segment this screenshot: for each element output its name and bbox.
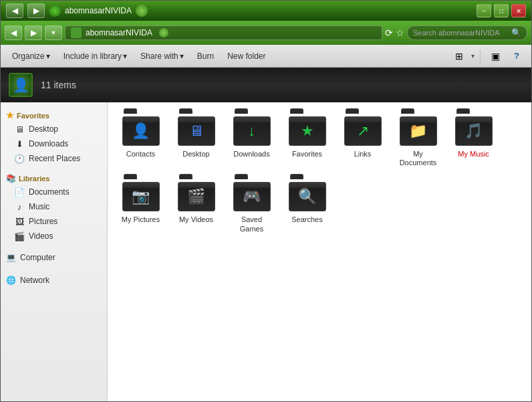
grid-view-button[interactable]: ⊞ [450, 47, 469, 65]
sidebar-item-pictures[interactable]: 🖼 Pictures [1, 214, 107, 229]
back-button[interactable]: ◀ [6, 3, 23, 18]
folder-body: 🎮 [233, 182, 271, 211]
network-icon: 🌐 [6, 276, 16, 285]
folder-overlay-icon: 📁 [409, 122, 427, 140]
file-item-favorites[interactable]: ★ Favorites [282, 110, 332, 171]
recent-places-icon: 🕐 [14, 154, 25, 164]
address-folder-icon [71, 27, 82, 38]
videos-icon: 🎬 [14, 231, 25, 241]
file-label: Searches [291, 215, 322, 224]
folder-body: 🖥 [178, 116, 215, 146]
favorites-star-icon: ★ [6, 110, 14, 120]
search-box[interactable]: Search abomnasarNIVIDA 🔍 [407, 25, 527, 40]
close-button[interactable]: ✕ [511, 4, 526, 17]
sidebar-item-music[interactable]: ♪ Music [1, 199, 107, 214]
nav-star-icon[interactable]: ☆ [396, 27, 404, 38]
main-window: ◀ ▶ abomnasarNIVIDA − □ ✕ ◀ ▶ ▼ abomnasa… [0, 0, 532, 402]
folder-icon: 📷 [121, 179, 161, 214]
file-item-my-videos[interactable]: 🎬 My Videos [171, 176, 221, 236]
folder-icon: 🎬 [176, 179, 217, 214]
folder-icon-small [49, 5, 61, 17]
nav-back-button[interactable]: ◀ [5, 25, 22, 40]
folder-body: 🔍 [289, 182, 326, 211]
favorites-header: ★ Favorites [1, 108, 107, 122]
folder-overlay-icon: ↓ [248, 122, 255, 140]
folder-icon: 🖥 [176, 114, 217, 148]
file-item-my-pictures[interactable]: 📷 My Pictures [116, 176, 166, 236]
burn-button[interactable]: Burn [191, 47, 220, 65]
network-section: 🌐 Network [1, 272, 107, 289]
nav-up-button[interactable]: ▼ [45, 25, 62, 40]
include-in-library-button[interactable]: Include in library ▾ [57, 47, 133, 65]
forward-button[interactable]: ▶ [27, 3, 45, 18]
search-submit-icon[interactable]: 🔍 [511, 28, 521, 37]
folder-body: 🎵 [455, 116, 493, 146]
file-item-my-documents[interactable]: 📁 My Documents [393, 110, 443, 171]
file-item-searches[interactable]: 🔍 Searches [282, 176, 332, 236]
refresh-icon[interactable]: ⟳ [385, 27, 393, 38]
sidebar-item-downloads[interactable]: ⬇ Downloads [1, 136, 107, 151]
folder-tab [290, 174, 303, 179]
minimize-button[interactable]: − [477, 4, 491, 17]
file-item-downloads[interactable]: ↓ Downloads [227, 110, 277, 171]
folder-tab [235, 108, 248, 114]
nav-forward-button[interactable]: ▶ [25, 25, 42, 40]
file-label: My Music [458, 150, 489, 159]
file-item-contacts[interactable]: 👤 Contacts [116, 110, 166, 171]
title-dot [136, 5, 148, 17]
status-bar: 👤 11 items [1, 68, 531, 102]
file-label: Links [354, 150, 372, 159]
computer-section: 💻 Computer [1, 249, 107, 266]
toolbar: Organize ▾ Include in library ▾ Share wi… [1, 45, 531, 68]
window-controls: − □ ✕ [477, 4, 526, 17]
file-area: 👤 Contacts 🖥 Desktop ↓ Downloads ★ Favor… [108, 102, 531, 401]
address-path: abomnasarNIVIDA [86, 28, 152, 37]
toolbar-right: ⊞ ▾ ▣ ? [450, 47, 526, 65]
sidebar-item-recent-places[interactable]: 🕐 Recent Places [1, 151, 107, 166]
folder-icon: ↗ [343, 114, 383, 148]
folder-tab [179, 174, 192, 179]
folder-icon: 🎮 [232, 179, 272, 214]
nav-arrows: ⟳ ☆ [385, 27, 404, 38]
music-icon: ♪ [14, 202, 25, 212]
main-content: ★ Favorites 🖥 Desktop ⬇ Downloads 🕐 Rece… [1, 102, 531, 401]
file-item-my-music[interactable]: 🎵 My Music [448, 110, 499, 171]
folder-tab [456, 108, 470, 114]
title-bar: ◀ ▶ abomnasarNIVIDA − □ ✕ [1, 1, 531, 21]
folder-tab [124, 108, 137, 114]
address-field[interactable]: abomnasarNIVIDA [65, 25, 382, 40]
window-title: abomnasarNIVIDA [65, 6, 132, 15]
file-grid: 👤 Contacts 🖥 Desktop ↓ Downloads ★ Favor… [116, 110, 523, 237]
folder-overlay-icon: 📷 [132, 188, 150, 205]
sidebar-item-network[interactable]: 🌐 Network [1, 272, 107, 289]
item-count: 11 items [41, 80, 76, 90]
folder-tab [124, 174, 137, 179]
user-avatar: 👤 [9, 73, 33, 97]
sidebar: ★ Favorites 🖥 Desktop ⬇ Downloads 🕐 Rece… [1, 102, 108, 401]
details-view-button[interactable]: ▣ [486, 47, 505, 65]
favorites-section: ★ Favorites 🖥 Desktop ⬇ Downloads 🕐 Rece… [1, 108, 107, 166]
folder-icon: ★ [287, 114, 327, 148]
file-item-saved-games[interactable]: 🎮 Saved Games [227, 176, 277, 236]
libraries-header: 📚 Libraries [1, 171, 107, 185]
folder-body: ↓ [233, 116, 271, 146]
folder-icon: 📁 [398, 114, 438, 148]
maximize-button[interactable]: □ [494, 4, 509, 17]
sidebar-item-videos[interactable]: 🎬 Videos [1, 229, 107, 243]
new-folder-button[interactable]: New folder [221, 47, 271, 65]
view-chevron[interactable]: ▾ [471, 52, 475, 60]
folder-overlay-icon: ↗ [357, 122, 369, 140]
sidebar-item-computer[interactable]: 💻 Computer [1, 249, 107, 266]
folder-tab [235, 174, 248, 179]
share-with-button[interactable]: Share with ▾ [134, 47, 190, 65]
desktop-icon: 🖥 [14, 124, 25, 134]
documents-icon: 📄 [14, 187, 25, 197]
sidebar-item-documents[interactable]: 📄 Documents [1, 185, 107, 199]
sidebar-item-desktop[interactable]: 🖥 Desktop [1, 122, 107, 136]
organize-button[interactable]: Organize ▾ [6, 47, 56, 65]
folder-overlay-icon: 🎬 [187, 188, 205, 205]
folder-overlay-icon: 🎵 [464, 122, 483, 140]
file-item-links[interactable]: ↗ Links [338, 110, 388, 171]
file-item-desktop[interactable]: 🖥 Desktop [171, 110, 221, 171]
help-button[interactable]: ? [507, 47, 526, 65]
